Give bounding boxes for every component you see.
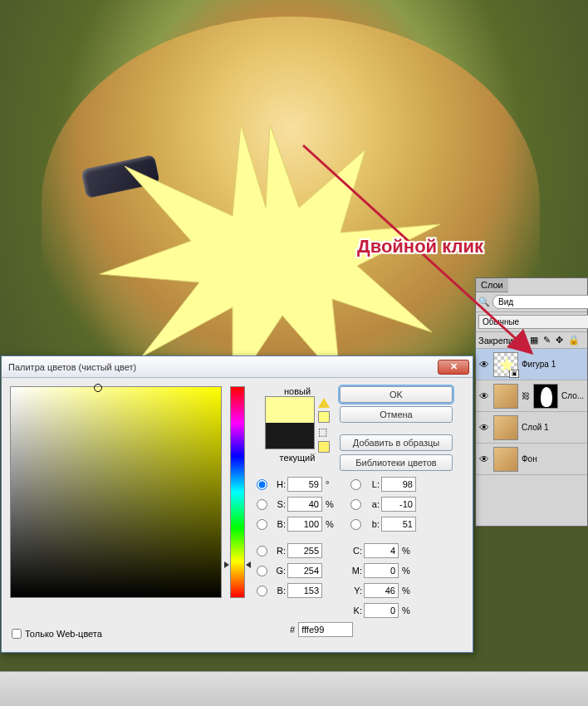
layer-name[interactable]: Сло... bbox=[561, 391, 585, 400]
color-picker-dialog: Палитра цветов (чистый цвет) ✕ новый bbox=[1, 355, 473, 653]
new-color-swatch[interactable] bbox=[266, 397, 314, 423]
lock-label: Закрепить: bbox=[478, 336, 525, 346]
ok-button[interactable]: OK bbox=[340, 386, 453, 403]
web-only-label: Только Web-цвета bbox=[25, 629, 102, 639]
hex-input[interactable] bbox=[298, 622, 353, 637]
shape-badge-icon: ▣ bbox=[509, 370, 519, 378]
k-input[interactable] bbox=[364, 603, 399, 618]
visibility-icon[interactable]: 👁 bbox=[478, 359, 490, 370]
bl-radio[interactable] bbox=[257, 586, 267, 596]
hex-label: # bbox=[290, 625, 295, 635]
h-input[interactable] bbox=[287, 477, 322, 492]
blend-mode-select[interactable] bbox=[478, 315, 588, 329]
lock-all-icon[interactable]: 🔒 bbox=[568, 335, 580, 346]
layer-row-layer1[interactable]: 👁 Слой 1 bbox=[476, 412, 587, 444]
bl-input[interactable] bbox=[287, 583, 322, 598]
layer-row-background[interactable]: 👁 Фон bbox=[476, 444, 587, 475]
layer-thumb-shape[interactable]: ▣ bbox=[493, 352, 518, 377]
visibility-icon[interactable]: 👁 bbox=[478, 422, 490, 434]
hue-marker-right bbox=[246, 561, 251, 568]
l-input[interactable] bbox=[381, 477, 416, 492]
dialog-title: Палитра цветов (чистый цвет) bbox=[5, 362, 438, 372]
r-input[interactable] bbox=[287, 543, 322, 558]
layers-blend-row bbox=[476, 312, 587, 332]
layers-filter-row: 🔍 bbox=[476, 292, 587, 312]
gamut-color-icon[interactable] bbox=[318, 411, 330, 423]
pct-unit: % bbox=[400, 566, 412, 576]
l-label: L: bbox=[365, 479, 380, 489]
layer-name[interactable]: Фигура 1 bbox=[522, 360, 585, 369]
s-radio[interactable] bbox=[257, 499, 267, 510]
c-label: C: bbox=[350, 546, 362, 556]
b-radio[interactable] bbox=[257, 519, 267, 530]
close-button[interactable]: ✕ bbox=[438, 360, 469, 375]
add-swatch-button[interactable]: Добавить в образцы bbox=[340, 434, 453, 451]
lock-move-icon[interactable]: ✥ bbox=[556, 335, 563, 346]
a-radio[interactable] bbox=[350, 499, 361, 510]
color-field[interactable] bbox=[10, 386, 222, 598]
cancel-button[interactable]: Отмена bbox=[340, 406, 453, 423]
s-input[interactable] bbox=[287, 497, 322, 512]
current-color-label: текущий bbox=[265, 453, 330, 463]
layers-panel: Слои 🔍 Закрепить: ▦ ✎ ✥ 🔒 👁 ▣ Фигура 1 👁… bbox=[475, 277, 588, 527]
color-swatch bbox=[265, 396, 315, 449]
deg-unit: ° bbox=[324, 479, 336, 489]
gamut-warning-icon[interactable] bbox=[318, 396, 330, 408]
layer-row-shape[interactable]: 👁 ▣ Фигура 1 bbox=[476, 349, 587, 380]
web-only-checkbox[interactable] bbox=[12, 629, 22, 639]
close-icon: ✕ bbox=[450, 361, 458, 372]
pct-unit: % bbox=[324, 499, 336, 509]
color-field-marker bbox=[94, 384, 102, 392]
g-input[interactable] bbox=[287, 563, 322, 578]
layer-mask-thumb[interactable] bbox=[533, 384, 558, 409]
layer-thumb[interactable] bbox=[493, 415, 518, 440]
svg-marker-0 bbox=[100, 125, 440, 390]
b-input[interactable] bbox=[287, 517, 322, 532]
layer-name[interactable]: Фон bbox=[522, 454, 585, 463]
a-label: a: bbox=[365, 499, 380, 509]
search-icon: 🔍 bbox=[478, 297, 490, 307]
dialog-titlebar[interactable]: Палитра цветов (чистый цвет) ✕ bbox=[2, 356, 473, 378]
layer-thumb[interactable] bbox=[493, 384, 518, 409]
link-icon[interactable]: ⛓ bbox=[522, 391, 530, 400]
status-bar bbox=[0, 671, 588, 706]
layer-row-masked[interactable]: 👁 ⛓ Сло... bbox=[476, 380, 587, 412]
hue-slider[interactable] bbox=[230, 386, 245, 598]
lb-label: b: bbox=[365, 519, 380, 529]
m-label: M: bbox=[350, 566, 362, 576]
y-label: Y: bbox=[350, 586, 362, 596]
layer-name[interactable]: Слой 1 bbox=[522, 423, 585, 432]
y-input[interactable] bbox=[364, 583, 399, 598]
current-color-swatch[interactable] bbox=[266, 423, 314, 449]
lock-transparent-icon[interactable]: ▦ bbox=[530, 335, 538, 346]
lock-brush-icon[interactable]: ✎ bbox=[543, 335, 551, 346]
websafe-warning-icon[interactable]: ⬚ bbox=[318, 426, 330, 438]
c-input[interactable] bbox=[364, 543, 399, 558]
color-libraries-button[interactable]: Библиотеки цветов bbox=[340, 454, 453, 471]
layers-lock-row: Закрепить: ▦ ✎ ✥ 🔒 bbox=[476, 332, 587, 349]
l-radio[interactable] bbox=[350, 479, 361, 490]
new-color-label: новый bbox=[265, 386, 330, 396]
g-radio[interactable] bbox=[257, 566, 267, 576]
m-input[interactable] bbox=[364, 563, 399, 578]
visibility-icon[interactable]: 👁 bbox=[478, 454, 490, 465]
r-radio[interactable] bbox=[257, 546, 267, 556]
websafe-color-icon[interactable] bbox=[318, 441, 330, 453]
a-input[interactable] bbox=[381, 497, 416, 512]
pct-unit: % bbox=[400, 546, 412, 556]
layers-tab[interactable]: Слои bbox=[476, 278, 508, 292]
s-label: S: bbox=[271, 499, 286, 509]
layer-thumb[interactable] bbox=[493, 447, 518, 472]
layers-filter-input[interactable] bbox=[492, 295, 588, 309]
k-label: K: bbox=[350, 605, 362, 615]
b-label: B: bbox=[271, 519, 286, 529]
lb-input[interactable] bbox=[381, 517, 416, 532]
pct-unit: % bbox=[400, 605, 412, 615]
h-label: H: bbox=[271, 479, 286, 489]
visibility-icon[interactable]: 👁 bbox=[478, 390, 490, 402]
h-radio[interactable] bbox=[257, 479, 267, 490]
starburst-shape[interactable] bbox=[91, 116, 448, 390]
bl-label: B: bbox=[271, 586, 286, 596]
r-label: R: bbox=[271, 546, 286, 556]
lb-radio[interactable] bbox=[350, 519, 361, 530]
